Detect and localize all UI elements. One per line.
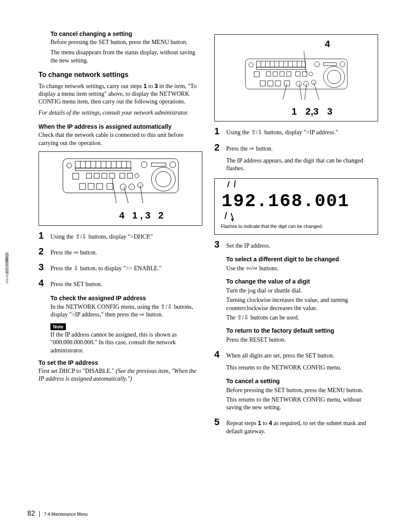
- svg-rect-68: [284, 80, 289, 86]
- svg-line-36: [140, 185, 143, 203]
- note-label: Note: [50, 323, 66, 330]
- r-step-1: 1 Using the ⇧/⇩ buttons, display ">IP ad…: [214, 127, 378, 138]
- svg-line-75: [313, 82, 319, 100]
- svg-point-18: [156, 171, 171, 187]
- svg-point-69: [296, 81, 301, 86]
- step-1: 1 Using the ⇧/⇩ buttons, display ">DHCP.…: [38, 231, 202, 242]
- r-step-5: 5 Repeat steps 1 to 4 as required, to se…: [214, 417, 378, 437]
- svg-point-55: [323, 66, 344, 87]
- svg-line-37: [304, 51, 306, 73]
- r-step-4: 4 When all digits are set, press the SET…: [214, 350, 378, 413]
- svg-rect-57: [254, 71, 259, 77]
- svg-point-53: [340, 61, 345, 66]
- svg-rect-27: [80, 183, 86, 189]
- ip-address-box: 192.168.001 Flashes to indicate that the…: [214, 178, 378, 235]
- svg-rect-60: [280, 71, 284, 76]
- svg-rect-24: [120, 173, 125, 178]
- step-4: 4 Press the SET button.: [38, 278, 202, 290]
- svg-rect-67: [275, 80, 280, 86]
- svg-line-34: [112, 178, 116, 203]
- footer-separator: [39, 511, 40, 517]
- svg-rect-19: [73, 173, 79, 179]
- svg-rect-66: [267, 80, 272, 86]
- svg-point-26: [135, 174, 139, 178]
- svg-rect-23: [109, 173, 115, 178]
- svg-rect-40: [256, 61, 305, 67]
- set-ip-head: To set the IP address: [38, 359, 202, 366]
- svg-point-14: [141, 162, 147, 168]
- chapter-sidebar-label: Chapter 7 Menus: [4, 252, 9, 284]
- auto-ip-body: Check that the network cable is connecte…: [38, 131, 202, 147]
- flash-bottom-icon: [221, 211, 246, 222]
- r-step-2: 2 Press the ⇨ button. The IP address app…: [214, 143, 378, 174]
- device-panel-icon: [61, 155, 180, 207]
- svg-line-73: [299, 83, 302, 99]
- cancel-change-head: To cancel changing a setting: [50, 30, 202, 38]
- svg-line-78: [225, 212, 227, 219]
- panel-diagram-1: 4 1,3 2: [38, 151, 202, 226]
- change-network-head: To change network settings: [38, 71, 202, 80]
- note-body: If the IP address cannot be assigned, th…: [50, 331, 202, 355]
- svg-point-15: [170, 162, 176, 168]
- device-panel-icon-2: [237, 51, 356, 103]
- svg-point-31: [120, 184, 126, 190]
- svg-rect-28: [88, 183, 94, 189]
- page-footer: 82 7-4 Maintenance Menu: [27, 509, 88, 518]
- svg-point-52: [314, 61, 319, 66]
- svg-point-64: [309, 72, 313, 76]
- flash-top-icon: [222, 180, 247, 191]
- check-ip-body: In the NETWORK CONFIG menu, using the ⇧/…: [50, 303, 202, 319]
- ip-display-value: 192.168.001: [222, 192, 373, 210]
- svg-rect-21: [94, 173, 99, 178]
- svg-point-56: [327, 70, 341, 84]
- svg-point-17: [151, 167, 175, 191]
- step-2: 2 Press the ⇨ button.: [38, 247, 202, 258]
- diagram1-callouts: 4 1,3 2: [42, 210, 198, 222]
- svg-rect-29: [97, 183, 103, 189]
- svg-rect-65: [260, 80, 265, 86]
- svg-rect-16: [151, 163, 166, 166]
- step-3: 3 Press the ⇩ button, to display ">> ENA…: [38, 263, 202, 274]
- page-number: 82: [27, 509, 35, 518]
- diagram2-top-callout: 4: [218, 38, 374, 50]
- svg-point-39: [248, 62, 253, 67]
- left-column: To cancel changing a setting Before pres…: [38, 30, 202, 441]
- svg-rect-61: [287, 71, 291, 76]
- svg-rect-22: [102, 173, 107, 178]
- footer-title: 7-4 Maintenance Menu: [44, 511, 88, 517]
- svg-rect-20: [86, 173, 92, 178]
- svg-rect-54: [323, 62, 336, 65]
- svg-point-32: [129, 184, 135, 190]
- svg-rect-25: [127, 173, 133, 178]
- right-column: 4: [214, 30, 378, 441]
- svg-rect-62: [296, 71, 300, 76]
- svg-line-35: [124, 187, 128, 203]
- change-network-details: For details of the settings, consult you…: [38, 109, 202, 117]
- check-ip-head: To check the assigned IP address: [50, 294, 202, 302]
- cancel-change-body1: Before pressing the SET button, press th…: [50, 38, 202, 46]
- r-step-3: 3 Set the IP address. To select a differ…: [214, 240, 378, 346]
- svg-rect-58: [266, 71, 271, 76]
- svg-rect-51: [256, 67, 305, 69]
- svg-line-77: [234, 180, 235, 187]
- change-network-body: To change network settings, carry out st…: [38, 82, 202, 106]
- svg-rect-38: [245, 59, 347, 89]
- cancel-change-body2: The menu disappears from the status disp…: [50, 49, 202, 64]
- svg-line-76: [228, 181, 229, 187]
- svg-rect-30: [107, 183, 113, 189]
- set-ip-body: First set DHCP to "DISABLE." (See the pr…: [38, 367, 202, 383]
- svg-rect-59: [273, 71, 278, 76]
- svg-point-1: [67, 163, 72, 168]
- diagram2-bottom-callouts: 1 2,3 3: [218, 106, 374, 118]
- svg-rect-2: [75, 161, 131, 168]
- panel-diagram-2: 4: [214, 34, 378, 121]
- auto-ip-head: When the IP address is assigned automati…: [38, 123, 202, 130]
- svg-rect-13: [75, 168, 131, 171]
